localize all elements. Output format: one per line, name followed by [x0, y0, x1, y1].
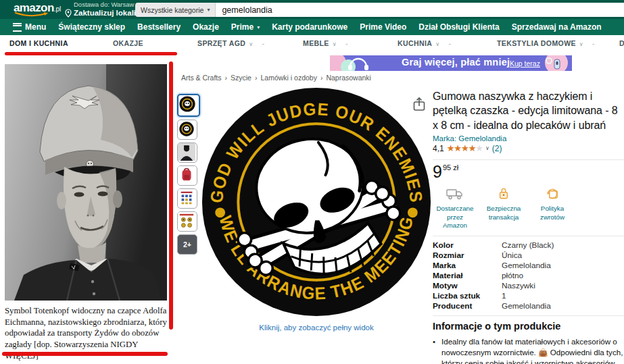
patch-mini — [178, 120, 195, 138]
main-nav: Menu Świąteczny sklep Bestsellery Okazje… — [0, 19, 624, 35]
nav-prime[interactable]: Prime▾ — [225, 22, 266, 32]
annotation-line-top — [5, 52, 177, 55]
lock-icon — [498, 186, 510, 201]
thumbnail-model-photo[interactable] — [177, 142, 197, 163]
chevron-down-icon: ∨ — [333, 41, 337, 47]
location-pin-icon — [65, 9, 72, 18]
thumbnail-more-images[interactable]: 2+ — [177, 234, 197, 255]
price-fraction: 95 — [443, 163, 451, 172]
patch-mini — [178, 95, 196, 113]
breadcrumb-naprasowanki[interactable]: Naprasowanki — [326, 74, 371, 82]
category-tekstylia-domowe[interactable]: TEKSTYLIA DOMOWE∨- — [497, 39, 595, 47]
table-row: MarkaGemelolandia — [433, 260, 624, 270]
rating-value: 4,1 — [433, 144, 444, 153]
chevron-down-icon: ∨ — [485, 145, 489, 151]
header-bar: amazon.pl Dostawa do: Warsaw 00692 Zaktu… — [0, 0, 624, 19]
headphones-icon — [346, 56, 370, 71]
price-currency: zł — [453, 163, 458, 172]
divider — [433, 315, 624, 316]
star-rating[interactable]: ★★★★★★★★★★ — [447, 144, 483, 153]
badge-secure-transaction[interactable]: Bezpieczna transakcja — [483, 186, 525, 230]
review-count-link[interactable]: (2) — [492, 144, 502, 153]
bw-portrait-graphic — [5, 64, 167, 301]
category-kuchnia[interactable]: KUCHNIA∨- — [398, 39, 451, 47]
thumbnail-patch-selected[interactable] — [177, 94, 200, 117]
thumbnail-patch-2[interactable] — [177, 120, 197, 140]
share-icon[interactable] — [412, 97, 426, 111]
totenkopf-patch-graphic: GOD WILL JUDGE OUR ENEMIES WE'LL ARRANGE… — [199, 85, 433, 319]
breadcrumb-separator: › — [225, 74, 228, 82]
ad-banner[interactable]: Graj więcej, płać mniej Kup teraz — [330, 55, 572, 71]
thumbnail-backpack[interactable] — [177, 165, 197, 186]
breadcrumb-szycie[interactable]: Szycie — [231, 74, 251, 82]
table-row: Liczba sztuk1 — [433, 290, 624, 301]
thumbnail-pins[interactable] — [177, 211, 197, 232]
divider — [433, 236, 624, 236]
nav-sprzedawaj-na-amazon[interactable]: Sprzedawaj na Amazon — [506, 22, 608, 32]
buy-column: Gumowa naszywka z haczykiem i pętelką cz… — [433, 89, 624, 364]
badge-fulfilled-by-amazon[interactable]: Dostarczane przez Amazon — [434, 186, 476, 230]
view-full-image-link[interactable]: Kliknij, aby zobaczyć pełny widok — [199, 323, 433, 332]
category-sprzet-agd[interactable]: SPRZĘT AGD∨- — [197, 39, 264, 47]
table-row: ProducentGemelolandia — [433, 301, 624, 311]
nav-okazje[interactable]: Okazje — [187, 22, 225, 32]
breadcrumb-separator: › — [255, 74, 258, 82]
chevron-down-icon: ▾ — [257, 24, 260, 30]
divider — [433, 159, 624, 160]
about-bullet: •Idealny dla fanów łat materiałowych i a… — [433, 336, 624, 364]
banner-headline: Graj więcej, płać mniej — [402, 57, 510, 68]
category-okazje[interactable]: OKAZJE — [113, 39, 143, 47]
table-row: MotywNaszywki — [433, 280, 624, 290]
chevron-down-icon: ∨ — [435, 41, 439, 47]
search-input[interactable]: gemelolandia — [216, 3, 624, 17]
breadcrumb-arts-crafts[interactable]: Arts & Crafts — [181, 74, 222, 82]
table-row: RozmiarÚnica — [433, 250, 624, 260]
nav-swiateczny-sklep[interactable]: Świąteczny sklep — [52, 22, 131, 32]
truck-icon — [446, 188, 464, 200]
price-whole: 9 — [433, 162, 442, 181]
chevron-down-icon: ∨ — [249, 41, 253, 47]
amazon-smile-icon — [14, 11, 51, 18]
amazon-product-page: amazon.pl Dostawa do: Warsaw 00692 Zaktu… — [0, 0, 624, 364]
breadcrumb-separator: › — [320, 74, 323, 82]
category-clipped[interactable]: D — [619, 39, 624, 47]
price: 995 zł — [433, 163, 624, 180]
thumbnail-size-chart[interactable] — [177, 188, 197, 209]
model-mini — [178, 143, 195, 161]
eichmann-photo — [5, 64, 167, 301]
table-row: KolorCzarny (Black) — [433, 240, 624, 250]
rating-row: 4,1 ★★★★★★★★★★ ∨ (2) — [433, 144, 624, 153]
table-row: Materiałpłótno — [433, 270, 624, 280]
category-dom-i-kuchnia[interactable]: DOM I KUCHNIA — [9, 39, 68, 47]
trust-badges: Dostarczane przez Amazon Bezpieczna tran… — [433, 186, 624, 230]
logo-tld: .pl — [54, 5, 62, 13]
annotation-line-bottom — [2, 352, 168, 356]
annotation-line-right — [169, 61, 173, 330]
badge-return-policy[interactable]: Polityka zwrotów — [531, 186, 573, 230]
search-bar: Wszystkie kategorie▾ gemelolandia — [135, 3, 624, 17]
backpack-mini — [178, 166, 195, 184]
brand-link[interactable]: Marka: Gemelolandia — [433, 134, 624, 142]
hamburger-icon — [13, 23, 22, 32]
product-details-table: KolorCzarny (Black) RozmiarÚnica MarkaGe… — [433, 240, 624, 311]
thumbnail-strip: 2+ — [177, 94, 200, 257]
nav-bestsellery[interactable]: Bestsellery — [131, 22, 187, 32]
nav-prime-video[interactable]: Prime Video — [354, 22, 412, 32]
gaming-gear-icon — [544, 57, 564, 70]
pins-mini — [178, 212, 195, 230]
product-main-image[interactable]: GOD WILL JUDGE OUR ENEMIES WE'LL ARRANGE… — [199, 85, 433, 319]
nav-karty-podarunkowe[interactable]: Karty podarunkowe — [266, 22, 354, 32]
chevron-down-icon: ▾ — [207, 7, 210, 13]
breadcrumb-lamowki[interactable]: Lamówki i ozdoby — [260, 74, 316, 82]
search-category-dropdown[interactable]: Wszystkie kategorie▾ — [135, 3, 216, 17]
chevron-down-icon: ∨ — [579, 41, 583, 47]
product-title: Gumowa naszywka z haczykiem i pętelką cz… — [433, 89, 624, 132]
nav-menu[interactable]: Menu — [7, 22, 52, 32]
chart-mini — [178, 189, 195, 207]
nav-dzial-obslugi-klienta[interactable]: Dział Obsługi Klienta — [412, 22, 505, 32]
returns-icon — [546, 186, 560, 201]
banner-cta[interactable]: Kup teraz — [510, 59, 540, 68]
category-meble[interactable]: MEBLE∨- — [303, 39, 348, 47]
breadcrumb: Arts & Crafts › Szycie › Lamówki i ozdob… — [181, 74, 371, 82]
about-heading: Informacje o tym produkcie — [433, 321, 624, 332]
